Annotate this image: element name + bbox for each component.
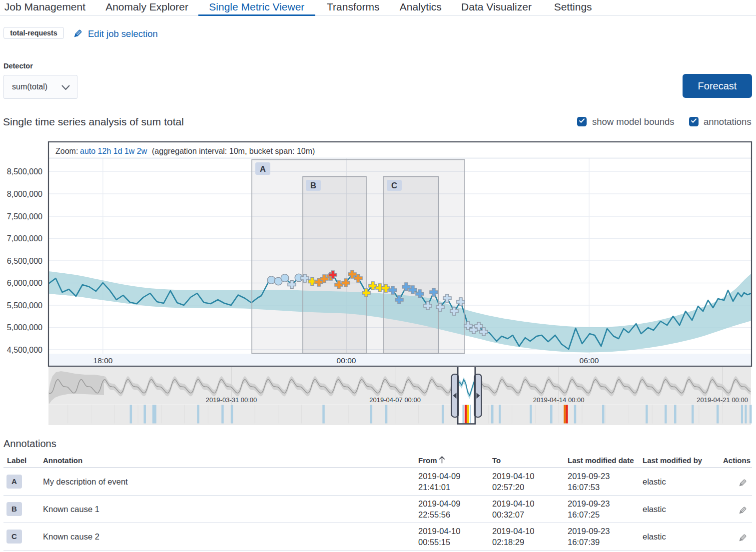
svg-text:5,000,000: 5,000,000: [7, 323, 42, 332]
svg-text:00:00: 00:00: [337, 356, 356, 365]
svg-text:2019-04-21 00:00: 2019-04-21 00:00: [697, 396, 748, 404]
svg-text:5,500,000: 5,500,000: [7, 301, 42, 310]
svg-text:2019-03-31 00:00: 2019-03-31 00:00: [206, 396, 257, 404]
svg-text:4,500,000: 4,500,000: [7, 346, 42, 354]
svg-text:8,000,000: 8,000,000: [7, 190, 42, 198]
svg-text:2019-04-07 00:00: 2019-04-07 00:00: [369, 396, 421, 404]
svg-text:6,000,000: 6,000,000: [7, 279, 42, 287]
svg-text:7,000,000: 7,000,000: [7, 234, 42, 243]
svg-text:7,500,000: 7,500,000: [7, 212, 42, 221]
svg-text:06:00: 06:00: [580, 356, 599, 365]
svg-text:C: C: [391, 181, 397, 190]
svg-text:18:00: 18:00: [93, 356, 113, 365]
svg-text:auto 12h 1d 1w 2w: auto 12h 1d 1w 2w: [80, 147, 147, 155]
svg-text:A: A: [260, 164, 266, 173]
svg-text:2019-04-14 00:00: 2019-04-14 00:00: [533, 396, 585, 404]
svg-text:Zoom:: Zoom:: [55, 147, 78, 155]
svg-text:B: B: [310, 181, 316, 190]
svg-text:(aggregation interval: 10m, bu: (aggregation interval: 10m, bucket span:…: [152, 147, 315, 155]
svg-text:8,500,000: 8,500,000: [7, 167, 42, 176]
svg-text:6,500,000: 6,500,000: [7, 257, 42, 265]
